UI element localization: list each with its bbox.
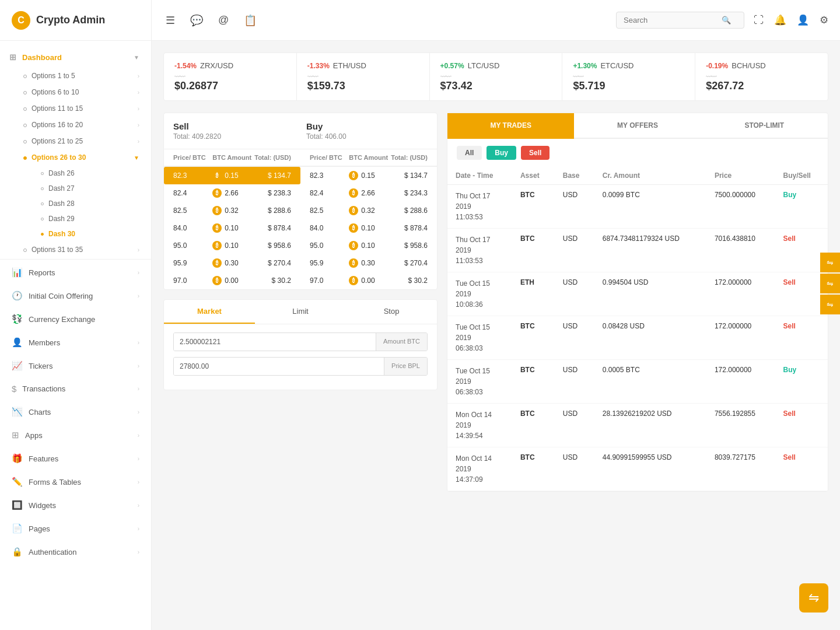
order-form-body: Amount BTC Price BPL [164, 324, 437, 390]
ticker-change: +0.57% [440, 62, 464, 70]
side-widget-btn-1[interactable]: ⇋ [820, 253, 840, 272]
sidebar-item-dash26[interactable]: Dash 26 [29, 166, 151, 181]
ticker-pair: LTC/USD [468, 61, 500, 70]
date-cell: Thu Oct 17201911:03:53 [447, 229, 512, 272]
user-button[interactable]: 👤 [797, 14, 809, 26]
search-icon: 🔍 [722, 16, 731, 24]
sidebar-item-options-16-20[interactable]: Options 16 to 20 › [18, 117, 151, 133]
sell-row-5: 95.0 ₿ 0.10 $ 958.6 [164, 237, 300, 254]
sidebar-item-options-21-25[interactable]: Options 21 to 25 › [18, 133, 151, 149]
fullscreen-button[interactable]: ⛶ [754, 15, 764, 26]
sidebar-item-options-1-5[interactable]: Options 1 to 5 › [18, 68, 151, 84]
filter-buy-button[interactable]: Buy [487, 146, 516, 160]
col-amount: BTC Amount [349, 154, 388, 161]
side-widget-btn-2[interactable]: ⇋ [820, 274, 840, 293]
trading-grid: Sell Total: 409.2820 Buy Total: 406.00 [163, 113, 828, 492]
sidebar-item-dash30[interactable]: Dash 30 [29, 226, 151, 242]
cr-amount-cell: 6874.73481179324 USD [594, 229, 706, 272]
sidebar-item-options-31-35[interactable]: Options 31 to 35 › [18, 242, 151, 258]
sidebar-item-label: Tickers [29, 362, 52, 370]
sidebar-item-dash29[interactable]: Dash 29 [29, 211, 151, 226]
sidebar-item-transactions[interactable]: $Transactions › [0, 377, 151, 400]
sidebar-item-ico[interactable]: 🕐Initial Coin Offering › [0, 284, 151, 307]
side-widgets: ⇋ ⇋ ⇋ [820, 253, 840, 314]
sidebar-item-authentication[interactable]: 🔒Authentication › [0, 540, 151, 564]
col-asset: Asset [512, 167, 555, 185]
order-book-row: 84.0 ₿ 0.10 $ 878.4 84.0 ₿ 0.10 $ 878.4 [164, 219, 437, 237]
col-date-time: Date - Time [447, 167, 512, 185]
sidebar-item-forms-tables[interactable]: ✏️Forms & Tables › [0, 470, 151, 494]
sidebar-item-widgets[interactable]: 🔲Widgets › [0, 494, 151, 517]
order-book-header: Sell Total: 409.2820 Buy Total: 406.00 [164, 113, 437, 149]
base-cell: USD [555, 360, 594, 404]
buy-section-header: Buy Total: 406.00 [306, 121, 428, 141]
dashboard-submenu: Options 1 to 5 › Options 6 to 10 › Optio… [0, 68, 151, 258]
pages-icon: 📄 [12, 523, 23, 534]
search-input[interactable] [624, 16, 717, 24]
side-widget-btn-3[interactable]: ⇋ [820, 295, 840, 314]
sidebar-item-label: Dashboard [22, 53, 62, 62]
action-cell: Buy [775, 185, 828, 229]
sidebar-item-features[interactable]: 🎁Features › [0, 447, 151, 470]
sidebar-item-dash28[interactable]: Dash 28 [29, 196, 151, 211]
sidebar-item-label: Apps [25, 431, 43, 440]
sidebar-item-options-11-15[interactable]: Options 11 to 15 › [18, 100, 151, 117]
col-base: Base [555, 167, 594, 185]
sparkline: 〰〰 [174, 74, 286, 80]
gear-button[interactable]: ⚙ [820, 14, 828, 26]
menu-toggle-button[interactable]: ☰ [163, 12, 177, 29]
filter-all-button[interactable]: All [457, 146, 482, 160]
price-cell: 7016.438810 [706, 229, 775, 272]
sidebar-item-dashboard[interactable]: ⊞ Dashboard ▼ [0, 47, 151, 68]
search-box[interactable]: 🔍 [616, 12, 744, 29]
col-total: Total: (USD) [252, 154, 291, 161]
chevron-down-icon: ▼ [134, 54, 139, 61]
dashboard-icon: ⊞ [9, 52, 16, 62]
sidebar-item-options-6-10[interactable]: Options 6 to 10 › [18, 84, 151, 100]
clipboard-button[interactable]: 📋 [242, 12, 259, 29]
base-cell: USD [555, 404, 594, 447]
sidebar-item-currency-exchange[interactable]: 💱Currency Exchange [0, 307, 151, 331]
sidebar-item-members[interactable]: 👤Members › [0, 331, 151, 354]
sidebar-item-apps[interactable]: ⊞Apps › [0, 424, 151, 447]
sidebar-item-options-26-30[interactable]: Options 26 to 30 ▼ [18, 149, 151, 166]
ticker-change: -1.54% [174, 62, 197, 70]
cr-amount-cell: 28.13926219202 USD [594, 404, 706, 447]
btc-icon: ₿ [349, 223, 358, 233]
filter-sell-button[interactable]: Sell [521, 146, 550, 160]
tickers-icon: 📈 [12, 360, 23, 371]
base-cell: USD [555, 185, 594, 229]
tab-my-trades[interactable]: MY TRADES [447, 113, 574, 139]
tab-limit[interactable]: Limit [255, 300, 346, 324]
bell-button[interactable]: 🔔 [774, 14, 786, 26]
ticker-eth: -1.33% ETH/USD 〰〰 $159.73 [297, 53, 430, 100]
order-book-card: Sell Total: 409.2820 Buy Total: 406.00 [163, 113, 438, 290]
tab-stop-limit[interactable]: STOP-LIMIT [701, 113, 828, 139]
sidebar-item-tickers[interactable]: 📈Tickers › [0, 354, 151, 377]
price-cell: 172.000000 [706, 272, 775, 316]
tab-my-offers[interactable]: MY OFFERS [574, 113, 701, 139]
buy-total: Total: 406.00 [306, 132, 428, 141]
price-bpl-input[interactable] [174, 358, 384, 375]
topbar-left-icons: ☰ 💬 @ 📋 [163, 12, 259, 29]
at-button[interactable]: @ [216, 12, 231, 29]
tab-stop[interactable]: Stop [346, 300, 437, 324]
ticker-price: $73.42 [440, 80, 552, 92]
sparkline: 〰〰 [706, 74, 817, 80]
amount-btc-input[interactable] [174, 333, 376, 351]
sidebar-item-dash27[interactable]: Dash 27 [29, 181, 151, 196]
sidebar-item-pages[interactable]: 📄Pages › [0, 517, 151, 540]
fab-button[interactable]: ⇋ [799, 583, 828, 612]
tab-market[interactable]: Market [164, 300, 255, 324]
arrow-icon: › [138, 73, 139, 79]
btc-icon: ₿ [212, 223, 222, 233]
asset-cell: ETH [512, 272, 555, 316]
chat-button[interactable]: 💬 [188, 12, 205, 29]
asset-cell: BTC [512, 185, 555, 229]
sidebar-item-label: Forms & Tables [29, 478, 81, 487]
sidebar-item-reports[interactable]: 📊Reports › [0, 261, 151, 284]
arrow-icon: › [138, 138, 139, 145]
sidebar-item-charts[interactable]: 📉Charts › [0, 400, 151, 424]
arrow-icon: › [138, 89, 139, 96]
arrow-icon: › [138, 479, 139, 485]
